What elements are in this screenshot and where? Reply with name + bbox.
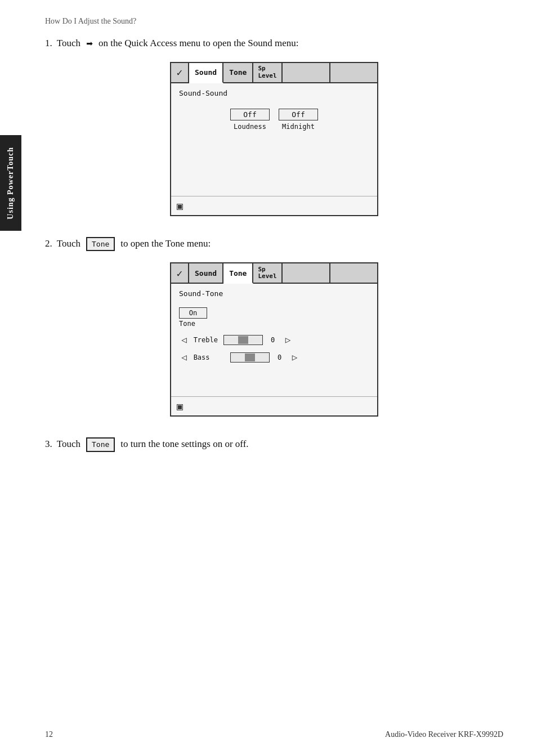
- step-3-before: Touch: [57, 437, 80, 451]
- midnight-label: Midnight: [282, 123, 315, 131]
- loudness-control: Off Loudness: [230, 109, 270, 131]
- treble-right-arrow[interactable]: ▷: [283, 334, 293, 345]
- step-2: 2. Touch Tone to open the Tone menu: ✓ S…: [45, 236, 503, 417]
- step-1-after: on the Quick Access menu to open the Sou…: [99, 36, 299, 51]
- tab-empty1-1[interactable]: [283, 63, 330, 82]
- step-1: 1. Touch ⬅ on the Quick Access menu to o…: [45, 36, 503, 216]
- bass-left-arrow[interactable]: ◁: [179, 352, 189, 363]
- screen1-body: Sound-Sound Off Loudness Off Midnight: [171, 83, 377, 196]
- tab-empty2-1: [330, 63, 377, 82]
- screen1-tabbar: ✓ Sound Tone SpLevel: [171, 63, 377, 83]
- step-3-after: to turn the tone settings on or off.: [120, 437, 248, 451]
- product-name: Audio-Video Receiver KRF-X9992D: [385, 730, 503, 739]
- tab-sound-2[interactable]: Sound: [189, 263, 223, 283]
- screen2-footer-icon: ▣: [177, 400, 183, 412]
- step-3-text: 3. Touch Tone to turn the tone settings …: [45, 437, 503, 452]
- page-footer: 12 Audio-Video Receiver KRF-X9992D: [45, 730, 503, 739]
- treble-slider[interactable]: [223, 335, 263, 345]
- screen2-tabbar: ✓ Sound Tone SpLevel: [171, 263, 377, 284]
- tone-button-inline-1[interactable]: Tone: [86, 237, 115, 252]
- bass-row: ◁ Bass 0 ▷: [179, 352, 369, 363]
- sound-controls: Off Loudness Off Midnight: [230, 109, 318, 131]
- screen2-body: Sound-Tone On Tone ◁ Treble 0 ▷: [171, 284, 377, 396]
- screen2-container: ✓ Sound Tone SpLevel Sound-Tone On Tone …: [45, 262, 503, 417]
- screen1-footer: ▣: [171, 196, 377, 215]
- step-1-before: Touch: [57, 36, 80, 51]
- screen2: ✓ Sound Tone SpLevel Sound-Tone On Tone …: [170, 262, 378, 417]
- tab-sound-1[interactable]: Sound: [189, 63, 223, 83]
- screen1: ✓ Sound Tone SpLevel Sound-Sound Off Lou…: [170, 62, 378, 216]
- treble-row: ◁ Treble 0 ▷: [179, 334, 369, 345]
- treble-label: Treble: [194, 336, 219, 344]
- screen2-title: Sound-Tone: [179, 289, 369, 298]
- loudness-label: Loudness: [234, 123, 266, 131]
- tab-empty1-2[interactable]: [283, 263, 330, 283]
- tone-button-inline-2[interactable]: Tone: [86, 437, 115, 452]
- tab-empty2-2: [330, 263, 377, 283]
- step-2-number: 2.: [45, 236, 52, 251]
- quick-access-icon: ⬅: [86, 38, 93, 50]
- bass-value: 0: [274, 354, 285, 361]
- tab-sp-level-2[interactable]: SpLevel: [253, 263, 282, 283]
- tone-on-container: On Tone: [179, 307, 369, 328]
- step-2-before: Touch: [57, 236, 80, 251]
- midnight-value[interactable]: Off: [279, 109, 318, 120]
- loudness-value[interactable]: Off: [230, 109, 270, 120]
- step-1-text: 1. Touch ⬅ on the Quick Access menu to o…: [45, 36, 503, 51]
- check-mark-1: ✓: [171, 63, 189, 82]
- bass-label: Bass: [194, 354, 219, 361]
- page-header: How Do I Adjust the Sound?: [45, 17, 503, 26]
- bass-thumb: [245, 354, 255, 361]
- bass-slider[interactable]: [230, 352, 270, 363]
- bass-right-arrow[interactable]: ▷: [290, 352, 300, 363]
- tab-sp-level-1[interactable]: SpLevel: [253, 63, 282, 82]
- step-3-number: 3.: [45, 437, 52, 451]
- midnight-control: Off Midnight: [279, 109, 318, 131]
- check-mark-2: ✓: [171, 263, 189, 283]
- sidebar-tab: Using PowerTouch: [0, 135, 21, 231]
- tone-on-value[interactable]: On: [179, 307, 207, 319]
- step-2-text: 2. Touch Tone to open the Tone menu:: [45, 236, 503, 252]
- tab-tone-1[interactable]: Tone: [223, 63, 253, 82]
- tab-tone-2[interactable]: Tone: [223, 263, 253, 284]
- screen1-footer-icon: ▣: [177, 200, 183, 212]
- sidebar-label: Using PowerTouch: [6, 147, 15, 220]
- tone-on-label: Tone: [179, 320, 369, 328]
- step-2-after: to open the Tone menu:: [120, 236, 211, 251]
- page-number: 12: [45, 730, 53, 739]
- treble-left-arrow[interactable]: ◁: [179, 334, 189, 345]
- step-1-number: 1.: [45, 36, 52, 51]
- screen1-title: Sound-Sound: [179, 89, 369, 97]
- screen1-container: ✓ Sound Tone SpLevel Sound-Sound Off Lou…: [45, 62, 503, 216]
- screen2-footer: ▣: [171, 396, 377, 415]
- step-3: 3. Touch Tone to turn the tone settings …: [45, 437, 503, 452]
- treble-value: 0: [267, 336, 279, 344]
- treble-thumb: [238, 336, 248, 344]
